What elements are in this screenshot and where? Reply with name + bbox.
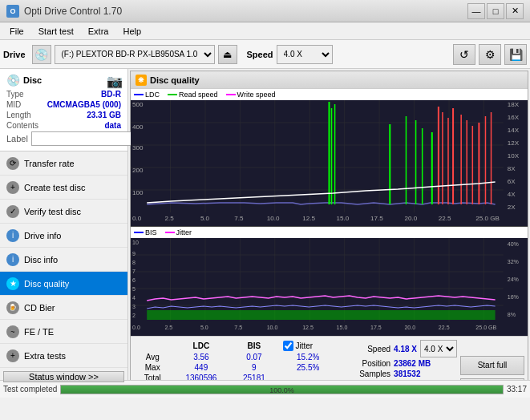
fe-te-label: FE / TE (24, 327, 54, 337)
max-jitter: 25.5% (277, 362, 339, 373)
svg-rect-98 (147, 310, 495, 320)
svg-text:22.5: 22.5 (439, 325, 450, 330)
svg-text:32%: 32% (508, 259, 519, 265)
content-area: ❋ Disc quality LDC Read speed (128, 69, 530, 380)
app-icon: O (6, 5, 19, 18)
start-part-button[interactable]: Start part (460, 378, 524, 381)
type-key: Type (6, 90, 24, 99)
create-test-disc-icon: + (6, 181, 19, 194)
samples-value: 381532 (394, 370, 420, 378)
transfer-rate-label: Transfer rate (24, 159, 75, 168)
mid-val: CMCMAGBA5 (000) (47, 100, 121, 109)
minimize-button[interactable]: — (467, 3, 485, 19)
total-label: Total (134, 373, 171, 380)
disc-info-icon: i (6, 253, 19, 266)
chart-container: LDC Read speed Write speed (131, 89, 528, 380)
start-full-button[interactable]: Start full (460, 356, 524, 375)
refresh-button[interactable]: ↺ (453, 44, 475, 65)
sidebar-item-drive-info[interactable]: i Drive info (0, 224, 127, 248)
jitter-legend-label: Jitter (176, 228, 192, 236)
position-value: 23862 MB (394, 359, 431, 368)
max-label: Max (134, 362, 171, 373)
svg-text:16%: 16% (508, 294, 519, 300)
speed-dropdown[interactable]: 4.0 X (420, 340, 457, 357)
drive-info-label: Drive info (24, 231, 61, 240)
sidebar-item-fe-te[interactable]: ~ FE / TE (0, 320, 127, 344)
jitter-checkbox[interactable] (283, 341, 293, 351)
disc-panel: 💿 Disc 📷 Type BD-R MID CMCMAGBA5 (000) L… (0, 69, 127, 151)
sidebar-item-verify-test-disc[interactable]: ✓ Verify test disc (0, 200, 127, 224)
speed-stat-value: 4.18 X (394, 345, 417, 353)
drive-label: Drive (3, 50, 26, 59)
svg-text:5.0: 5.0 (200, 215, 210, 222)
svg-text:12.5: 12.5 (302, 215, 315, 222)
svg-text:6: 6 (132, 277, 136, 283)
svg-text:500: 500 (132, 101, 144, 108)
svg-text:12X: 12X (508, 139, 520, 147)
bottom-chart-legend: BIS Jitter (131, 227, 528, 238)
maximize-button[interactable]: □ (487, 3, 504, 19)
settings-button[interactable]: ⚙ (479, 44, 501, 65)
eject-button[interactable]: ⏏ (218, 45, 237, 64)
speed-select[interactable]: 4.0 X (277, 45, 333, 64)
total-bis: 25181 (231, 373, 277, 380)
sidebar-item-transfer-rate[interactable]: ⟳ Transfer rate (0, 151, 127, 176)
sidebar-item-extra-tests[interactable]: + Extra tests (0, 344, 127, 368)
action-buttons: Start full Start part (460, 340, 524, 380)
svg-text:5.0: 5.0 (200, 325, 208, 330)
label-key: Label (6, 134, 28, 143)
bottom-chart-svg: 10 9 8 7 6 5 4 3 2 40% 32% 24% 16% (131, 238, 528, 334)
disc-info-label: Disc info (24, 255, 58, 265)
total-jitter (277, 373, 339, 380)
svg-text:2: 2 (132, 313, 136, 318)
svg-text:0.0: 0.0 (132, 325, 140, 330)
svg-text:22.5: 22.5 (439, 215, 451, 222)
svg-text:7: 7 (132, 269, 136, 274)
right-stats: Speed 4.18 X 4.0 X Position 23862 MB Sam… (342, 340, 457, 380)
type-val: BD-R (101, 90, 121, 99)
sidebar-item-cd-bier[interactable]: 🍺 CD Bier (0, 296, 127, 320)
svg-text:8: 8 (132, 260, 136, 265)
menubar: File Start test Extra Help (0, 22, 530, 40)
svg-text:25.0 GB: 25.0 GB (475, 325, 496, 330)
svg-text:25.0 GB: 25.0 GB (475, 215, 500, 222)
toolbar: Drive 💿 (F:) PLEXTOR BD-R PX-LB950SA 1.0… (0, 40, 530, 69)
jitter-legend-color (165, 232, 175, 233)
drive-select[interactable]: (F:) PLEXTOR BD-R PX-LB950SA 1.06 (55, 45, 215, 64)
svg-text:2.5: 2.5 (164, 325, 172, 330)
menu-start-test[interactable]: Start test (32, 23, 80, 39)
cd-bier-icon: 🍺 (6, 301, 19, 314)
svg-text:16X: 16X (508, 114, 520, 121)
contents-val: data (104, 121, 121, 130)
svg-text:20.0: 20.0 (404, 325, 415, 330)
menu-help[interactable]: Help (116, 23, 148, 39)
status-window-button[interactable]: Status window >> (3, 371, 124, 382)
sidebar-item-create-test-disc[interactable]: + Create test disc (0, 176, 127, 200)
label-input[interactable] (31, 131, 138, 146)
sidebar-item-disc-quality[interactable]: ★ Disc quality (0, 272, 127, 296)
drive-info-icon: i (6, 229, 19, 242)
mid-key: MID (6, 100, 21, 109)
menu-extra[interactable]: Extra (82, 23, 115, 39)
menu-file[interactable]: File (3, 23, 30, 39)
ldc-legend-label: LDC (145, 91, 160, 99)
sidebar-item-disc-info[interactable]: i Disc info (0, 248, 127, 272)
svg-text:14X: 14X (508, 127, 520, 134)
sidebar: 💿 Disc 📷 Type BD-R MID CMCMAGBA5 (000) L… (0, 69, 128, 380)
close-button[interactable]: ✕ (506, 3, 524, 19)
save-button[interactable]: 💾 (504, 44, 527, 65)
app-title: Opti Drive Control 1.70 (24, 6, 122, 17)
create-test-disc-label: Create test disc (24, 183, 85, 192)
max-bis: 9 (231, 362, 277, 373)
svg-text:20.0: 20.0 (404, 215, 417, 222)
svg-text:10: 10 (132, 240, 139, 245)
disc-quality-panel-icon: ❋ (136, 75, 147, 86)
bis-legend-color (134, 232, 144, 233)
stats-area: LDC BIS Jitter Avg (131, 336, 528, 380)
progress-bar-container: 100.0% (60, 385, 504, 394)
disc-panel-label: Disc (23, 75, 42, 85)
svg-text:18X: 18X (508, 101, 520, 108)
avg-jitter: 15.2% (277, 352, 339, 362)
cd-bier-label: CD Bier (24, 303, 55, 313)
status-text: Test completed (3, 385, 57, 394)
